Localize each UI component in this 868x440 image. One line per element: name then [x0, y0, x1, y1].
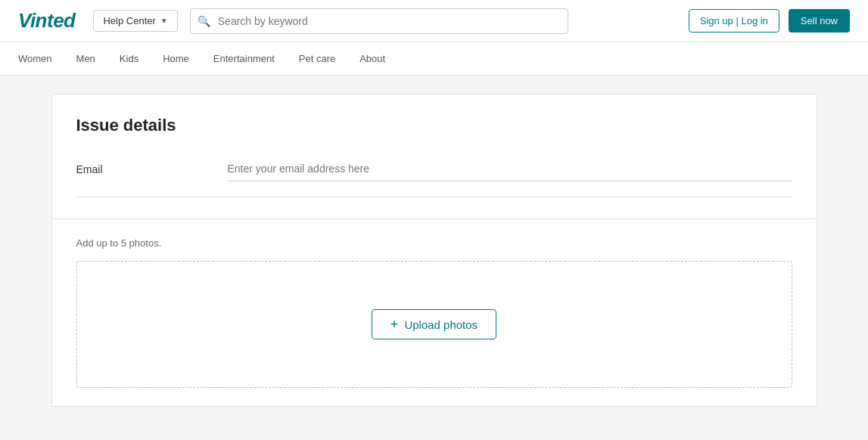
email-row: Email — [76, 156, 792, 197]
photos-hint: Add up to 5 photos. — [76, 237, 792, 249]
nav-item-women[interactable]: Women — [18, 50, 52, 67]
nav-item-men[interactable]: Men — [76, 50, 95, 67]
search-icon: 🔍 — [198, 15, 210, 27]
email-input[interactable] — [228, 156, 792, 181]
main-content: Issue details Email Add up to 5 photos. … — [33, 76, 835, 425]
header: Vinted Help Center ▼ 🔍 Sign up | Log in … — [0, 0, 868, 42]
chevron-down-icon: ▼ — [160, 17, 168, 25]
header-actions: Sign up | Log in Sell now — [689, 9, 850, 33]
issue-details-card: Issue details Email — [51, 94, 817, 219]
issue-details-title: Issue details — [76, 116, 792, 135]
search-container: 🔍 — [190, 8, 568, 34]
photos-section: Add up to 5 photos. + Upload photos — [51, 219, 817, 407]
help-center-button[interactable]: Help Center ▼ — [93, 10, 177, 32]
sign-up-login-button[interactable]: Sign up | Log in — [689, 9, 779, 33]
help-center-label: Help Center — [103, 15, 155, 26]
search-input[interactable] — [190, 8, 568, 34]
upload-area: + Upload photos — [76, 261, 792, 388]
nav-item-pet-care[interactable]: Pet care — [299, 50, 335, 67]
logo: Vinted — [18, 9, 75, 33]
main-nav: Women Men Kids Home Entertainment Pet ca… — [0, 42, 868, 76]
email-label: Email — [76, 163, 228, 175]
upload-photos-button[interactable]: + Upload photos — [372, 309, 496, 339]
nav-item-entertainment[interactable]: Entertainment — [213, 50, 275, 67]
sell-now-button[interactable]: Sell now — [789, 9, 850, 33]
nav-item-home[interactable]: Home — [163, 50, 189, 67]
nav-item-about[interactable]: About — [359, 50, 385, 67]
upload-photos-label: Upload photos — [404, 318, 478, 331]
nav-item-kids[interactable]: Kids — [120, 50, 138, 67]
plus-icon: + — [390, 318, 399, 331]
